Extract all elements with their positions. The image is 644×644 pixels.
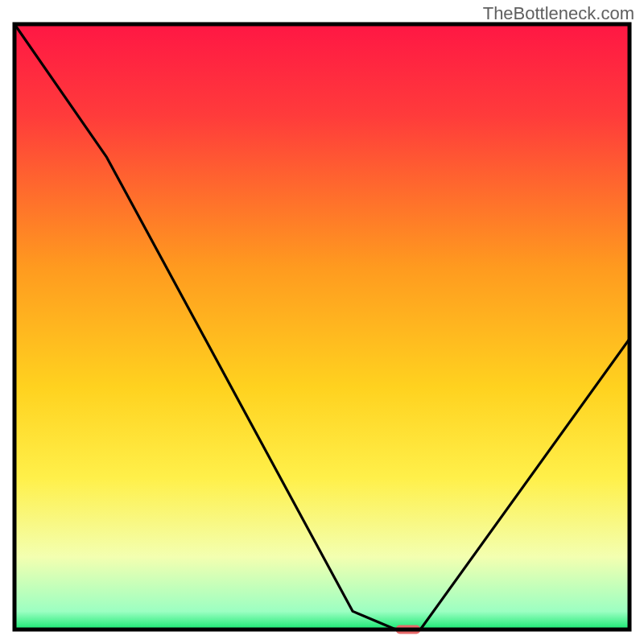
bottleneck-chart: TheBottleneck.com — [0, 0, 644, 644]
chart-svg — [0, 0, 644, 644]
watermark-text: TheBottleneck.com — [483, 3, 634, 24]
plot-background — [14, 24, 630, 630]
